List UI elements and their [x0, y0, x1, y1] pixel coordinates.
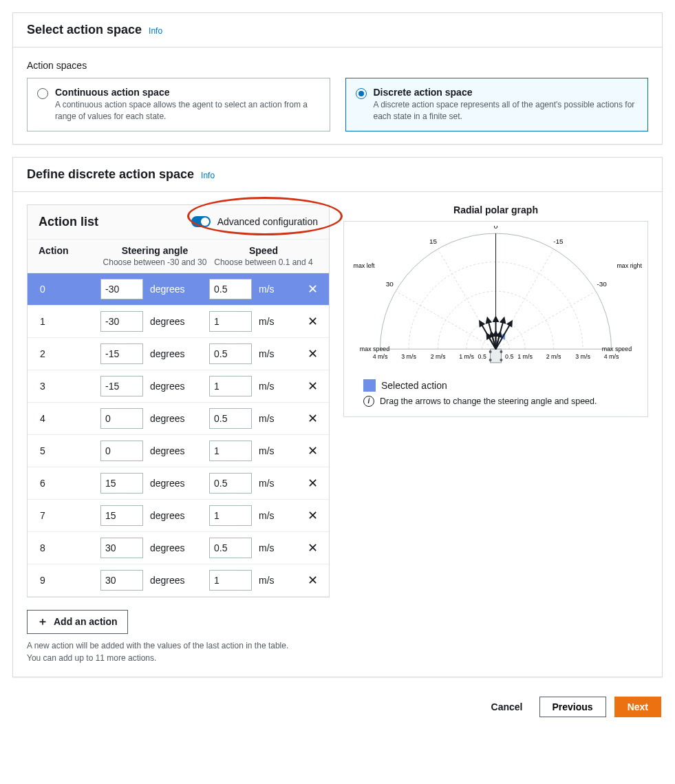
table-row[interactable]: 3 degrees m/s ✕: [28, 370, 329, 403]
steering-input[interactable]: [100, 538, 143, 558]
ms-unit: m/s: [259, 445, 275, 456]
ms-unit: m/s: [259, 348, 275, 359]
speed-cell: m/s ✕: [209, 343, 318, 364]
ms-unit: m/s: [259, 381, 275, 392]
speed-input[interactable]: [209, 376, 252, 396]
table-row[interactable]: 2 degrees m/s ✕: [28, 338, 329, 370]
steering-input[interactable]: [100, 311, 143, 332]
delete-row-icon[interactable]: ✕: [308, 412, 318, 425]
ms-unit: m/s: [259, 284, 275, 295]
table-row[interactable]: 6 degrees m/s ✕: [28, 467, 329, 500]
advanced-toggle[interactable]: [191, 216, 211, 227]
steering-input[interactable]: [100, 441, 143, 461]
table-row[interactable]: 9 degrees m/s ✕: [28, 564, 329, 597]
delete-row-icon[interactable]: ✕: [308, 445, 318, 457]
previous-button[interactable]: Previous: [539, 697, 606, 717]
speed-input[interactable]: [209, 408, 252, 429]
table-row[interactable]: 5 degrees m/s ✕: [28, 435, 329, 467]
plus-icon: ＋: [37, 615, 48, 629]
speed-input[interactable]: [209, 570, 252, 591]
degrees-unit: degrees: [150, 445, 185, 456]
steering-input[interactable]: [100, 408, 143, 429]
svg-text:0: 0: [494, 226, 498, 230]
steering-cell: degrees: [100, 376, 209, 396]
table-row[interactable]: 8 degrees m/s ✕: [28, 532, 329, 564]
panel-title: Select action space: [27, 23, 142, 37]
table-header: Action Steering angle Choose between -30…: [28, 239, 329, 273]
degrees-unit: degrees: [150, 284, 185, 295]
define-discrete-action-space-panel: Define discrete action space Info Action…: [12, 157, 663, 677]
info-link[interactable]: Info: [149, 26, 162, 36]
delete-row-icon[interactable]: ✕: [308, 380, 318, 392]
steering-input[interactable]: [100, 279, 143, 299]
delete-row-icon[interactable]: ✕: [308, 348, 318, 360]
radial-polar-graph[interactable]: 0 15 -15 30 -30 max left max right max s…: [350, 226, 642, 370]
speed-cell: m/s ✕: [209, 279, 318, 299]
delete-row-icon[interactable]: ✕: [308, 315, 318, 328]
next-button[interactable]: Next: [614, 697, 661, 717]
panel-title: Define discrete action space: [27, 167, 194, 182]
svg-text:3 m/s: 3 m/s: [401, 353, 416, 360]
action-space-options: Continuous action space A continuous act…: [27, 78, 648, 131]
speed-input[interactable]: [209, 538, 252, 558]
delete-row-icon[interactable]: ✕: [308, 542, 318, 554]
delete-row-icon[interactable]: ✕: [308, 574, 318, 586]
degrees-unit: degrees: [150, 316, 185, 327]
svg-text:0.5: 0.5: [478, 353, 486, 360]
radio-icon: [356, 88, 367, 99]
panel-header: Define discrete action space Info: [13, 158, 662, 192]
ms-unit: m/s: [259, 478, 275, 489]
svg-text:1 m/s: 1 m/s: [517, 353, 533, 360]
ms-unit: m/s: [259, 316, 275, 327]
steering-cell: degrees: [100, 570, 209, 591]
steering-input[interactable]: [100, 570, 143, 591]
table-row[interactable]: 4 degrees m/s ✕: [28, 403, 329, 435]
delete-row-icon[interactable]: ✕: [308, 509, 318, 522]
ms-unit: m/s: [259, 510, 275, 521]
svg-point-29: [489, 359, 492, 361]
speed-input[interactable]: [209, 473, 252, 494]
svg-text:max right: max right: [617, 262, 642, 268]
add-action-button[interactable]: ＋ Add an action: [27, 610, 128, 634]
delete-row-icon[interactable]: ✕: [308, 283, 318, 295]
svg-point-28: [500, 350, 502, 353]
svg-line-6: [496, 291, 596, 349]
row-index: 5: [39, 445, 100, 456]
steering-input[interactable]: [100, 473, 143, 494]
action-spaces-label: Action spaces: [27, 60, 648, 71]
degrees-unit: degrees: [150, 381, 185, 392]
table-row[interactable]: 1 degrees m/s ✕: [28, 306, 329, 338]
delete-row-icon[interactable]: ✕: [308, 477, 318, 489]
steering-input[interactable]: [100, 505, 143, 526]
radio-discrete[interactable]: Discrete action space A discrete action …: [345, 78, 649, 131]
panel-body: Action list Advanced configuration Actio…: [13, 192, 662, 677]
speed-input[interactable]: [209, 343, 252, 364]
radial-box: 0 15 -15 30 -30 max left max right max s…: [343, 221, 648, 417]
info-link[interactable]: Info: [201, 171, 215, 180]
speed-input[interactable]: [209, 311, 252, 332]
table-body: 0 degrees m/s ✕ 1 degrees m/s ✕ 2 degree…: [28, 273, 329, 597]
svg-text:15: 15: [429, 237, 437, 245]
cancel-button[interactable]: Cancel: [483, 697, 531, 717]
row-index: 3: [39, 381, 100, 392]
svg-text:2 m/s: 2 m/s: [546, 353, 561, 360]
svg-marker-42: [493, 315, 500, 322]
svg-text:max speed: max speed: [360, 346, 389, 352]
row-index: 8: [39, 542, 100, 553]
action-list-column: Action list Advanced configuration Actio…: [27, 204, 330, 664]
svg-rect-26: [491, 349, 502, 363]
radio-continuous[interactable]: Continuous action space A continuous act…: [27, 78, 330, 131]
svg-text:30: 30: [386, 280, 394, 288]
speed-cell: m/s ✕: [209, 473, 318, 494]
table-row[interactable]: 7 degrees m/s ✕: [28, 500, 329, 532]
steering-input[interactable]: [100, 376, 143, 396]
panel-header: Select action space Info: [13, 13, 662, 47]
speed-input[interactable]: [209, 505, 252, 526]
svg-text:-30: -30: [597, 280, 608, 288]
steering-input[interactable]: [100, 343, 143, 364]
speed-input[interactable]: [209, 279, 252, 299]
table-row[interactable]: 0 degrees m/s ✕: [28, 273, 329, 306]
speed-input[interactable]: [209, 441, 252, 461]
selected-action-label: Selected action: [381, 380, 447, 391]
panel-body: Action spaces Continuous action space A …: [13, 47, 662, 144]
